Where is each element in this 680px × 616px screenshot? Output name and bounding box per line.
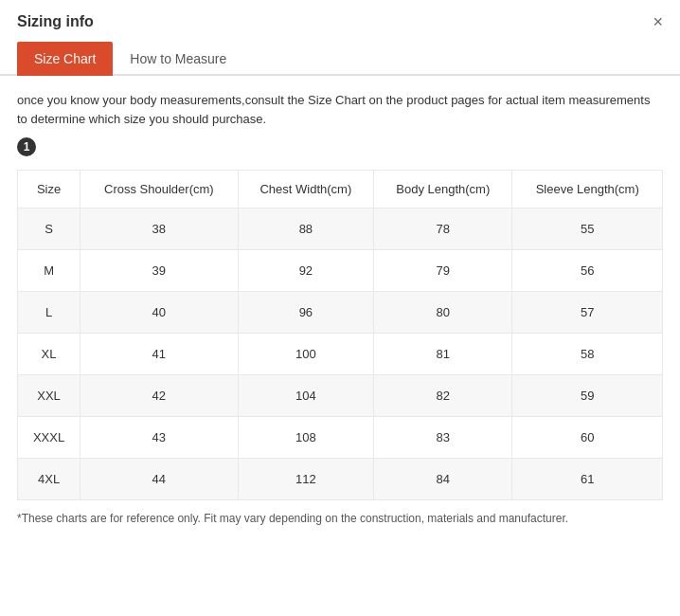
table-row: XXXL431088360: [18, 417, 663, 459]
step-badge: 1: [17, 137, 36, 156]
col-header-size: Size: [18, 171, 81, 208]
table-cell: L: [18, 292, 81, 334]
table-cell: 92: [238, 250, 374, 292]
table-cell: 44: [81, 459, 238, 500]
col-header-body-length: Body Length(cm): [374, 171, 512, 208]
table-cell: 61: [512, 459, 663, 500]
table-header-row: Size Cross Shoulder(cm) Chest Width(cm) …: [18, 171, 663, 208]
modal-title: Sizing info: [17, 13, 94, 30]
table-row: S38887855: [18, 208, 663, 250]
table-cell: 88: [238, 208, 374, 250]
table-cell: XXXL: [18, 417, 81, 459]
table-cell: 81: [374, 334, 512, 375]
table-cell: 56: [512, 250, 663, 292]
col-header-cross-shoulder: Cross Shoulder(cm): [81, 171, 238, 208]
table-cell: 112: [238, 459, 374, 500]
table-row: 4XL441128461: [18, 459, 663, 500]
table-row: M39927956: [18, 250, 663, 292]
footer-note: *These charts are for reference only. Fi…: [17, 512, 663, 525]
table-cell: 82: [374, 375, 512, 417]
table-cell: 104: [238, 375, 374, 417]
table-cell: 58: [512, 334, 663, 375]
table-cell: 4XL: [18, 459, 81, 500]
tab-size-chart[interactable]: Size Chart: [17, 42, 113, 76]
table-cell: 78: [374, 208, 512, 250]
table-cell: 83: [374, 417, 512, 459]
table-cell: 96: [238, 292, 374, 334]
close-button[interactable]: ×: [653, 13, 663, 30]
table-cell: 59: [512, 375, 663, 417]
table-cell: 38: [81, 208, 238, 250]
table-body: S38887855M39927956L40968057XL411008158XX…: [18, 208, 663, 500]
table-cell: XL: [18, 334, 81, 375]
table-cell: 79: [374, 250, 512, 292]
table-cell: 41: [81, 334, 238, 375]
table-row: L40968057: [18, 292, 663, 334]
modal-body: once you know your body measurements,con…: [0, 76, 680, 536]
modal-header: Sizing info ×: [0, 0, 680, 40]
table-cell: S: [18, 208, 81, 250]
table-cell: 60: [512, 417, 663, 459]
col-header-sleeve-length: Sleeve Length(cm): [512, 171, 663, 208]
table-cell: 42: [81, 375, 238, 417]
info-text: once you know your body measurements,con…: [17, 91, 663, 128]
col-header-chest-width: Chest Width(cm): [238, 171, 374, 208]
table-row: XL411008158: [18, 334, 663, 375]
table-cell: 39: [81, 250, 238, 292]
table-cell: M: [18, 250, 81, 292]
table-cell: 43: [81, 417, 238, 459]
table-cell: 84: [374, 459, 512, 500]
table-row: XXL421048259: [18, 375, 663, 417]
table-cell: 108: [238, 417, 374, 459]
table-cell: 40: [81, 292, 238, 334]
table-cell: 80: [374, 292, 512, 334]
tab-how-to-measure[interactable]: How to Measure: [113, 42, 243, 76]
table-cell: 55: [512, 208, 663, 250]
table-cell: 100: [238, 334, 374, 375]
table-cell: XXL: [18, 375, 81, 417]
sizing-info-modal: Sizing info × Size Chart How to Measure …: [0, 0, 680, 616]
tab-bar: Size Chart How to Measure: [0, 40, 680, 76]
size-chart-table: Size Cross Shoulder(cm) Chest Width(cm) …: [17, 170, 663, 500]
table-cell: 57: [512, 292, 663, 334]
